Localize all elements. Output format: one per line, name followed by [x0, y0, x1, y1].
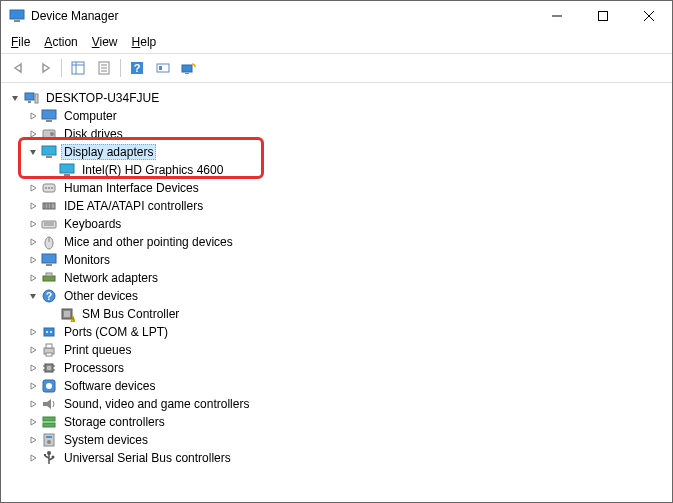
scan-changes-button[interactable]: [177, 57, 201, 79]
tree-node-label: Mice and other pointing devices: [61, 234, 236, 250]
svg-rect-69: [43, 423, 55, 427]
svg-rect-77: [44, 454, 46, 456]
network-icon: [41, 270, 57, 286]
help-button[interactable]: ?: [125, 57, 149, 79]
close-button[interactable]: [626, 1, 672, 31]
display-icon: [41, 144, 57, 160]
mouse-icon: [41, 234, 57, 250]
menu-view[interactable]: View: [92, 35, 118, 49]
tree-node-mice-and-other-pointing-devices[interactable]: Mice and other pointing devices: [5, 233, 668, 251]
svg-point-32: [48, 187, 50, 189]
tree-node-storage-controllers[interactable]: Storage controllers: [5, 413, 668, 431]
svg-rect-16: [159, 66, 162, 70]
expand-icon[interactable]: [27, 344, 39, 356]
back-button[interactable]: [7, 57, 31, 79]
svg-rect-6: [72, 62, 84, 74]
svg-rect-28: [60, 164, 74, 173]
expand-icon[interactable]: [27, 218, 39, 230]
toolbar: ?: [1, 53, 672, 83]
menubar: File Action View Help: [1, 31, 672, 53]
expand-icon[interactable]: [27, 416, 39, 428]
svg-rect-3: [599, 12, 608, 21]
svg-rect-44: [46, 264, 52, 266]
svg-rect-15: [157, 64, 169, 72]
tree-node-universal-serial-bus-controllers[interactable]: Universal Serial Bus controllers: [5, 449, 668, 467]
minimize-button[interactable]: [534, 1, 580, 31]
show-hide-tree-button[interactable]: [66, 57, 90, 79]
svg-point-78: [52, 456, 55, 459]
svg-rect-26: [42, 146, 56, 155]
tree-node-software-devices[interactable]: Software devices: [5, 377, 668, 395]
expand-icon[interactable]: [27, 200, 39, 212]
svg-rect-45: [43, 276, 55, 281]
expand-icon[interactable]: [27, 434, 39, 446]
tree-node-ports-com-lpt-[interactable]: Ports (COM & LPT): [5, 323, 668, 341]
menu-file[interactable]: File: [11, 35, 30, 49]
device-tree[interactable]: DESKTOP-U34FJUEComputerDisk drivesDispla…: [1, 83, 672, 503]
tree-node-sound-video-and-game-controllers[interactable]: Sound, video and game controllers: [5, 395, 668, 413]
svg-rect-43: [42, 254, 56, 263]
svg-rect-29: [64, 174, 70, 176]
tree-node-system-devices[interactable]: System devices: [5, 431, 668, 449]
forward-button[interactable]: [33, 57, 57, 79]
svg-rect-17: [182, 65, 192, 72]
properties-button[interactable]: [92, 57, 116, 79]
tree-node-display-adapters[interactable]: Display adapters: [5, 143, 668, 161]
tree-node-other-devices[interactable]: ?Other devices: [5, 287, 668, 305]
expand-icon[interactable]: [27, 326, 39, 338]
svg-rect-53: [44, 328, 54, 336]
svg-point-55: [50, 331, 52, 333]
svg-rect-20: [28, 101, 31, 103]
tree-node-processors[interactable]: Processors: [5, 359, 668, 377]
tree-node-computer[interactable]: Computer: [5, 107, 668, 125]
tree-node-label: SM Bus Controller: [79, 306, 182, 322]
expand-icon[interactable]: [27, 452, 39, 464]
tree-node-ide-ata-atapi-controllers[interactable]: IDE ATA/ATAPI controllers: [5, 197, 668, 215]
tree-node-keyboards[interactable]: Keyboards: [5, 215, 668, 233]
tree-node-label: Processors: [61, 360, 127, 376]
tree-node-label: Network adapters: [61, 270, 161, 286]
svg-rect-58: [46, 353, 52, 356]
tree-node-network-adapters[interactable]: Network adapters: [5, 269, 668, 287]
expand-icon[interactable]: [27, 398, 39, 410]
tree-node-monitors[interactable]: Monitors: [5, 251, 668, 269]
keyboard-icon: [41, 216, 57, 232]
svg-rect-22: [42, 110, 56, 119]
port-icon: [41, 324, 57, 340]
expand-icon[interactable]: [27, 182, 39, 194]
svg-rect-68: [43, 417, 55, 421]
expand-icon[interactable]: [27, 236, 39, 248]
printer-icon: [41, 342, 57, 358]
tree-node-intel-r-hd-graphics-4600[interactable]: Intel(R) HD Graphics 4600: [5, 161, 668, 179]
svg-point-54: [46, 331, 48, 333]
tree-node-disk-drives[interactable]: Disk drives: [5, 125, 668, 143]
monitor-icon: [41, 252, 57, 268]
collapse-icon[interactable]: [27, 290, 39, 302]
expand-icon[interactable]: [27, 110, 39, 122]
sound-icon: [41, 396, 57, 412]
tree-node-label: Sound, video and game controllers: [61, 396, 252, 412]
expand-icon[interactable]: [27, 128, 39, 140]
expand-icon[interactable]: [27, 254, 39, 266]
expand-icon[interactable]: [27, 362, 39, 374]
tree-node-sm-bus-controller[interactable]: !SM Bus Controller: [5, 305, 668, 323]
tree-node-label: Other devices: [61, 288, 141, 304]
expand-icon[interactable]: [27, 272, 39, 284]
svg-point-31: [45, 187, 47, 189]
expand-icon[interactable]: [9, 92, 21, 104]
tree-node-label: Disk drives: [61, 126, 126, 142]
tree-root[interactable]: DESKTOP-U34FJUE: [5, 89, 668, 107]
svg-text:?: ?: [134, 62, 141, 74]
menu-help[interactable]: Help: [132, 35, 157, 49]
other-icon: ?: [41, 288, 57, 304]
tree-node-human-interface-devices[interactable]: Human Interface Devices: [5, 179, 668, 197]
maximize-button[interactable]: [580, 1, 626, 31]
svg-rect-1: [14, 20, 20, 22]
expand-icon[interactable]: [27, 380, 39, 392]
menu-action[interactable]: Action: [44, 35, 77, 49]
tree-root-label: DESKTOP-U34FJUE: [43, 90, 162, 106]
tree-node-print-queues[interactable]: Print queues: [5, 341, 668, 359]
scan-hardware-button[interactable]: [151, 57, 175, 79]
software-icon: [41, 378, 57, 394]
collapse-icon[interactable]: [27, 146, 39, 158]
